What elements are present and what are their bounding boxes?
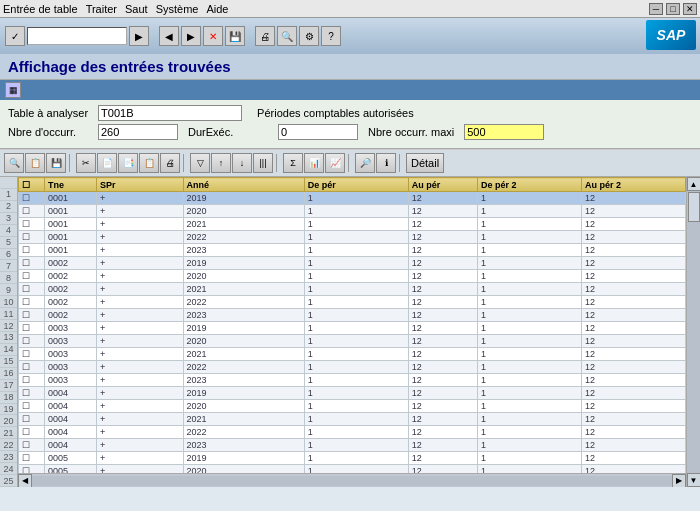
col-header-annee[interactable]: Anné bbox=[183, 178, 304, 192]
table-cell: 1 bbox=[478, 296, 582, 309]
command-input[interactable] bbox=[27, 27, 127, 45]
table-cell: 1 bbox=[304, 413, 408, 426]
table-cell: 1 bbox=[304, 192, 408, 205]
table-row[interactable]: ☐0003+2023112112 bbox=[19, 374, 686, 387]
scroll-down-button[interactable]: ▼ bbox=[687, 473, 701, 487]
scroll-left-button[interactable]: ◀ bbox=[18, 474, 32, 488]
row-number-column: 1 2 3 4 5 6 7 8 9 10 11 12 13 14 15 16 1… bbox=[0, 177, 18, 487]
table-cell: 2020 bbox=[183, 465, 304, 474]
col-header-tne[interactable]: Tne bbox=[44, 178, 96, 192]
table-row[interactable]: ☐0001+2023112112 bbox=[19, 244, 686, 257]
table-row[interactable]: ☐0002+2023112112 bbox=[19, 309, 686, 322]
col-header-au-per[interactable]: Au pér bbox=[408, 178, 477, 192]
table-row[interactable]: ☐0002+2021112112 bbox=[19, 283, 686, 296]
tb2-sep4 bbox=[348, 154, 352, 172]
tb2-graph-btn[interactable]: 📊 bbox=[304, 153, 324, 173]
table-icon: ▦ bbox=[5, 82, 21, 98]
col-header-spr[interactable]: SPr bbox=[96, 178, 183, 192]
menu-systeme[interactable]: Système bbox=[156, 3, 199, 15]
enter-button[interactable]: ▶ bbox=[129, 26, 149, 46]
table-row[interactable]: ☐0002+2022112112 bbox=[19, 296, 686, 309]
table-cell: 1 bbox=[478, 452, 582, 465]
tb2-print-btn[interactable]: 🖨 bbox=[160, 153, 180, 173]
table-row[interactable]: ☐0003+2020112112 bbox=[19, 335, 686, 348]
menu-aide[interactable]: Aide bbox=[206, 3, 228, 15]
nbre-maxi-input[interactable] bbox=[464, 124, 544, 140]
table-row[interactable]: ☐0004+2021112112 bbox=[19, 413, 686, 426]
tb2-doc-btn[interactable]: 📄 bbox=[97, 153, 117, 173]
table-cell: 1 bbox=[304, 322, 408, 335]
table-cell: + bbox=[96, 270, 183, 283]
tb2-clip-btn[interactable]: 📋 bbox=[139, 153, 159, 173]
horizontal-scroll-track[interactable] bbox=[32, 476, 672, 486]
table-cell: 12 bbox=[582, 387, 686, 400]
nbre-input[interactable] bbox=[98, 124, 178, 140]
horizontal-scrollbar[interactable]: ◀ ▶ bbox=[18, 473, 686, 487]
table-row[interactable]: ☐0004+2023112112 bbox=[19, 439, 686, 452]
tb2-filter-btn[interactable]: ▽ bbox=[190, 153, 210, 173]
tb2-zoom-btn[interactable]: 🔎 bbox=[355, 153, 375, 173]
table-cell: ☐ bbox=[19, 465, 45, 474]
tb2-cols-btn[interactable]: ||| bbox=[253, 153, 273, 173]
maximize-button[interactable]: □ bbox=[666, 3, 680, 15]
table-row[interactable]: ☐0005+2020112112 bbox=[19, 465, 686, 474]
tb2-sort-asc-btn[interactable]: ↑ bbox=[211, 153, 231, 173]
tb2-cut-btn[interactable]: ✂ bbox=[76, 153, 96, 173]
menu-saut[interactable]: Saut bbox=[125, 3, 148, 15]
table-cell: 1 bbox=[304, 465, 408, 474]
tb2-sort-desc-btn[interactable]: ↓ bbox=[232, 153, 252, 173]
tb2-total-btn[interactable]: Σ bbox=[283, 153, 303, 173]
menu-entree-de-table[interactable]: Entrée de table bbox=[3, 3, 78, 15]
find-button[interactable]: 🔍 bbox=[277, 26, 297, 46]
table-row[interactable]: ☐0004+2020112112 bbox=[19, 400, 686, 413]
detail-button[interactable]: Détail bbox=[406, 153, 444, 173]
col-header-de-per[interactable]: De pér bbox=[304, 178, 408, 192]
table-row[interactable]: ☐0005+2019112112 bbox=[19, 452, 686, 465]
tb2-save-btn[interactable]: 💾 bbox=[46, 153, 66, 173]
back-button[interactable]: ✓ bbox=[5, 26, 25, 46]
dur-input[interactable] bbox=[278, 124, 358, 140]
col-header-de-per2[interactable]: De pér 2 bbox=[478, 178, 582, 192]
minimize-button[interactable]: ─ bbox=[649, 3, 663, 15]
table-cell: 1 bbox=[304, 218, 408, 231]
tb2-chart-btn[interactable]: 📈 bbox=[325, 153, 345, 173]
tb2-doc2-btn[interactable]: 📑 bbox=[118, 153, 138, 173]
menu-traiter[interactable]: Traiter bbox=[86, 3, 117, 15]
nav-back-button[interactable]: ◀ bbox=[159, 26, 179, 46]
table-row[interactable]: ☐0003+2022112112 bbox=[19, 361, 686, 374]
save-button[interactable]: 💾 bbox=[225, 26, 245, 46]
table-cell: 2023 bbox=[183, 374, 304, 387]
help-button[interactable]: ? bbox=[321, 26, 341, 46]
table-row[interactable]: ☐0004+2022112112 bbox=[19, 426, 686, 439]
print-button[interactable]: 🖨 bbox=[255, 26, 275, 46]
col-header-au-per2[interactable]: Au pér 2 bbox=[582, 178, 686, 192]
table-row[interactable]: ☐0002+2019112112 bbox=[19, 257, 686, 270]
table-row[interactable]: ☐0001+2019112112 bbox=[19, 192, 686, 205]
scroll-up-button[interactable]: ▲ bbox=[687, 177, 701, 191]
tb2-info-btn[interactable]: ℹ bbox=[376, 153, 396, 173]
nav-forward-button[interactable]: ▶ bbox=[181, 26, 201, 46]
tb2-copy-btn[interactable]: 📋 bbox=[25, 153, 45, 173]
settings-button[interactable]: ⚙ bbox=[299, 26, 319, 46]
table-input[interactable] bbox=[98, 105, 242, 121]
table-row[interactable]: ☐0004+2019112112 bbox=[19, 387, 686, 400]
table-row[interactable]: ☐0003+2019112112 bbox=[19, 322, 686, 335]
vertical-scroll-track[interactable] bbox=[687, 191, 701, 473]
table-row[interactable]: ☐0001+2020112112 bbox=[19, 205, 686, 218]
table-cell: 12 bbox=[582, 244, 686, 257]
table-row[interactable]: ☐0001+2021112112 bbox=[19, 218, 686, 231]
table-row[interactable]: ☐0002+2020112112 bbox=[19, 270, 686, 283]
table-cell: 12 bbox=[408, 439, 477, 452]
table-row[interactable]: ☐0001+2022112112 bbox=[19, 231, 686, 244]
scroll-right-button[interactable]: ▶ bbox=[672, 474, 686, 488]
scroll-thumb[interactable] bbox=[688, 192, 700, 222]
vertical-scrollbar[interactable]: ▲ ▼ bbox=[686, 177, 700, 487]
tb2-search-btn[interactable]: 🔍 bbox=[4, 153, 24, 173]
cancel-button[interactable]: ✕ bbox=[203, 26, 223, 46]
table-row[interactable]: ☐0003+2021112112 bbox=[19, 348, 686, 361]
close-button[interactable]: ✕ bbox=[683, 3, 697, 15]
table-cell: 2022 bbox=[183, 231, 304, 244]
table-cell: 0001 bbox=[44, 231, 96, 244]
table-cell: 2020 bbox=[183, 400, 304, 413]
table-cell: 1 bbox=[478, 283, 582, 296]
